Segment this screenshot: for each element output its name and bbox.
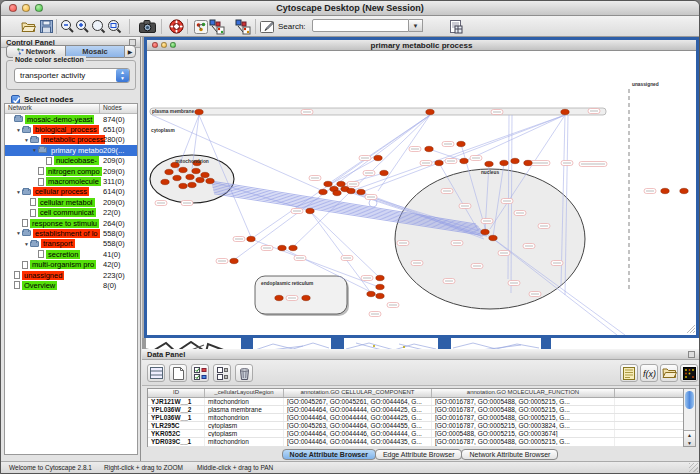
network-node[interactable] [324, 181, 332, 186]
function-builder-button[interactable]: f(x) [640, 364, 658, 382]
network-node[interactable] [195, 109, 203, 114]
network-node[interactable] [161, 179, 169, 184]
tree-row[interactable]: ▼primary metabo209(... [5, 145, 137, 155]
network-node[interactable] [376, 275, 384, 280]
network-node[interactable] [230, 258, 238, 263]
tree-row[interactable]: ▼cellular process614(0) [5, 187, 137, 197]
network-node[interactable] [357, 189, 365, 194]
tree-expander[interactable]: ▼ [15, 189, 22, 195]
table-column-header[interactable]: annotation.GO MOLECULAR_FUNCTION [432, 389, 615, 397]
node-color-select[interactable]: transporter activity ▲▼ [14, 68, 130, 83]
network-node[interactable] [367, 291, 375, 296]
search-input[interactable] [312, 19, 409, 32]
table-vertical-scrollbar[interactable]: ▲▼ [683, 388, 696, 447]
table-column-header[interactable]: _cellularLayoutRegion [205, 389, 284, 397]
network-node[interactable] [680, 188, 688, 193]
network-node[interactable] [376, 293, 384, 298]
tree-row[interactable]: Overview8(0) [5, 280, 137, 290]
network-node[interactable] [524, 160, 532, 165]
network-canvas[interactable]: plasma membranecytoplasmmitochondrionnuc… [147, 51, 696, 335]
snapshot-camera-button[interactable] [138, 18, 156, 35]
network-view-window[interactable]: primary metabolic process plasma membran… [144, 37, 699, 338]
attribute-browser-tab[interactable]: Edge Attribute Browser [375, 449, 463, 460]
tree-row[interactable]: nucleobase-209(0) [5, 156, 137, 166]
tree-row[interactable]: ▼transport558(0) [5, 239, 137, 249]
tree-col-network[interactable]: Network [5, 104, 100, 113]
matrix-view-button[interactable] [680, 364, 698, 382]
tree-row[interactable]: ▼establishment of lo558(0) [5, 228, 137, 238]
network-node[interactable] [289, 245, 297, 250]
attribute-notes-button[interactable] [620, 364, 638, 382]
table-row[interactable]: YJR121W__1mitochondrion[GO:0045267, GO:0… [148, 398, 687, 406]
network-node[interactable] [179, 167, 187, 172]
network-node[interactable] [201, 172, 209, 177]
attribute-browser-tab[interactable]: Network Attribute Browser [461, 449, 558, 460]
network-node[interactable] [192, 168, 200, 173]
tree-row[interactable]: cellular metabol209(0) [5, 197, 137, 207]
network-node[interactable] [511, 158, 519, 163]
network-node[interactable] [485, 161, 493, 166]
tree-row[interactable]: nitrogen compo209(0) [5, 166, 137, 176]
network-node[interactable] [206, 178, 214, 183]
network-node[interactable] [380, 170, 388, 175]
delete-attribute-trash-button[interactable] [235, 364, 253, 382]
tree-row[interactable]: ▼biological_process651(0) [5, 124, 137, 134]
network-node[interactable] [188, 182, 196, 187]
network-node[interactable] [173, 175, 181, 180]
plasma-membrane-region[interactable] [150, 108, 606, 115]
table-row[interactable]: YPL036W__1mitochondrion[GO:0044464, GO:0… [148, 414, 687, 422]
tree-expander[interactable]: ▼ [31, 147, 38, 153]
network-node[interactable] [435, 160, 443, 165]
network-node[interactable] [278, 245, 286, 250]
zoom-selected-button[interactable] [105, 18, 123, 35]
tree-row[interactable]: cell communicat22(0) [5, 208, 137, 218]
network-node[interactable] [247, 236, 255, 241]
attribute-batch-tool-2[interactable] [234, 18, 252, 35]
tree-row[interactable]: mosaic-demo-yeast874(0) [5, 114, 137, 124]
search-dropdown-button[interactable]: ▼ [409, 19, 423, 32]
attribute-grid-button[interactable] [147, 364, 165, 382]
network-node[interactable] [275, 295, 283, 300]
network-node[interactable] [347, 188, 355, 193]
network-node[interactable] [165, 169, 173, 174]
tree-col-nodes[interactable]: Nodes [100, 104, 137, 113]
network-node[interactable] [425, 146, 433, 151]
network-node[interactable] [333, 190, 341, 195]
tree-expander[interactable]: ▼ [23, 137, 30, 143]
tabs-overflow-button[interactable]: ▶ [124, 45, 136, 58]
network-node[interactable] [460, 158, 468, 163]
network-node[interactable] [196, 177, 204, 182]
network-node[interactable] [302, 295, 310, 300]
attribute-browser-tab[interactable]: Node Attribute Browser [282, 449, 376, 460]
annotation-tool-button[interactable] [258, 18, 276, 35]
network-node[interactable] [337, 181, 345, 186]
import-table-button[interactable] [447, 18, 465, 35]
network-node[interactable] [661, 188, 669, 193]
open-file-button[interactable] [19, 18, 37, 35]
data-panel-float-icon[interactable] [688, 351, 695, 358]
tree-row[interactable]: secretion41(0) [5, 249, 137, 259]
save-button[interactable] [37, 18, 55, 35]
network-node[interactable] [481, 229, 489, 234]
scrollbar-thumb[interactable] [685, 391, 694, 409]
table-column-header[interactable]: annotation.GO CELLULAR_COMPONENT [284, 389, 432, 397]
help-lifesaver-button[interactable] [167, 18, 185, 35]
network-node[interactable] [179, 183, 187, 188]
network-node[interactable] [426, 109, 434, 114]
tree-row[interactable]: multi-organism pro42(0) [5, 259, 137, 269]
tree-row[interactable]: ▼metabolic process280(0) [5, 135, 137, 145]
table-row[interactable]: YPL036W__2plasma membrane[GO:0044464, GO… [148, 406, 687, 414]
network-node[interactable] [186, 174, 194, 179]
tree-row[interactable]: response to stimulu264(0) [5, 218, 137, 228]
network-node[interactable] [457, 141, 465, 146]
network-view-titlebar[interactable]: primary metabolic process [147, 40, 696, 51]
network-node[interactable] [306, 208, 314, 213]
network-node[interactable] [376, 284, 384, 289]
scrollbar-arrows[interactable]: ▲▼ [684, 430, 695, 446]
network-node[interactable] [374, 155, 382, 160]
tree-expander[interactable]: ▼ [15, 230, 22, 236]
attribute-batch-tool-1[interactable] [208, 18, 226, 35]
unselect-attributes-button[interactable] [213, 364, 231, 382]
network-node[interactable] [500, 160, 508, 165]
tree-row[interactable]: macromolecule311(0) [5, 176, 137, 186]
